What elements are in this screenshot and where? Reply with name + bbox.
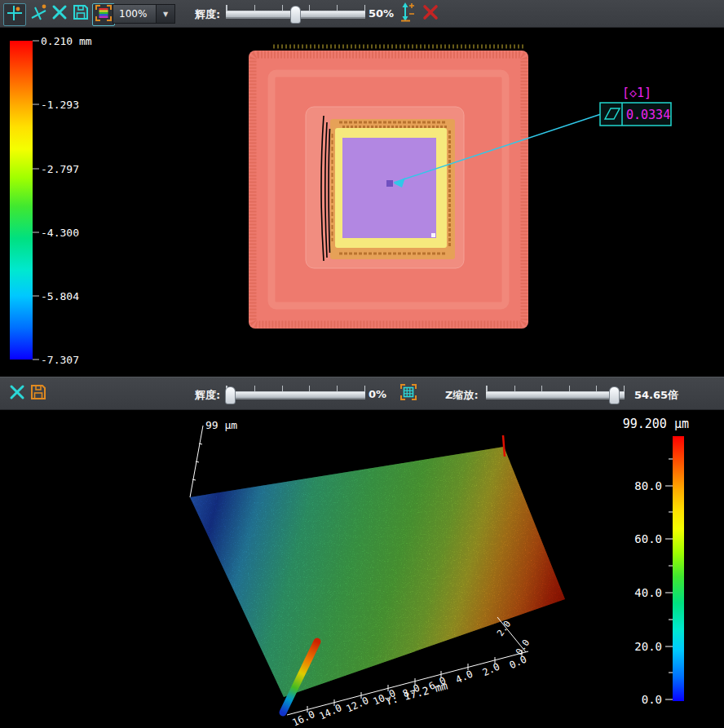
mesh-grid-icon bbox=[399, 382, 418, 405]
close-button[interactable] bbox=[420, 3, 441, 24]
level-adjust-button[interactable] bbox=[397, 3, 418, 24]
zoom-level-value: 100% bbox=[113, 5, 156, 23]
metrology-app-window: 100% ▼ 辉度: 50% bbox=[0, 0, 724, 728]
brightness-3d-value: 0% bbox=[369, 388, 386, 400]
annotation-title: [◇1] bbox=[622, 86, 651, 100]
scale-tick-label: 0.0 bbox=[642, 693, 662, 706]
x-axis: 2.0 0.0 bbox=[495, 617, 532, 657]
close-x-icon bbox=[422, 4, 439, 24]
height-map-view[interactable]: 0.210 mm -1.293 -2.797 -4.300 -5.804 -7.… bbox=[0, 28, 724, 377]
y-tick-label: 12.0 bbox=[344, 695, 370, 715]
zscale-slider-thumb[interactable] bbox=[609, 386, 620, 404]
scale-tick-label: -4.300 bbox=[41, 227, 79, 239]
y-tick-label: 4.0 bbox=[454, 668, 475, 686]
y-tick-label: 16.0 bbox=[290, 708, 316, 728]
top-toolbar: 100% ▼ 辉度: 50% bbox=[0, 0, 724, 28]
scale-title: 99.200 µm bbox=[623, 417, 689, 431]
chip-sample-image bbox=[249, 46, 528, 329]
brightness-slider-thumb[interactable] bbox=[290, 6, 301, 24]
zoom-dropdown-button[interactable]: ▼ bbox=[156, 5, 174, 23]
brightness-slider[interactable] bbox=[226, 3, 365, 24]
zoom-level-select[interactable]: 100% ▼ bbox=[113, 4, 175, 24]
fit-expand-3d-button[interactable] bbox=[7, 383, 28, 404]
surface-3d-view[interactable]: 99 µm 16.0 14.0 12.0 10.0 8.0 bbox=[0, 410, 724, 728]
slider-track bbox=[486, 392, 625, 399]
fit-expand-button[interactable] bbox=[49, 3, 70, 24]
scale-tick-label: 0.210 mm bbox=[41, 35, 92, 47]
level-adjust-icon bbox=[399, 2, 417, 25]
scale-tick-label: -5.804 bbox=[41, 290, 79, 302]
surface-color-scale: 99.200 µm 80.0 60.0 40.0 20.0 0.0 bbox=[623, 417, 689, 706]
zscale-value: 54.65倍 bbox=[634, 388, 678, 403]
surface-mesh[interactable] bbox=[190, 435, 565, 697]
scale-tick-label: -2.797 bbox=[41, 163, 79, 175]
y-tick-label: 14.0 bbox=[317, 702, 343, 722]
topview-color-scale: 0.210 mm -1.293 -2.797 -4.300 -5.804 -7.… bbox=[10, 35, 92, 366]
color-palette-button[interactable] bbox=[92, 3, 115, 26]
brightness-label: 辉度: bbox=[195, 7, 220, 22]
brightness-value: 50% bbox=[369, 7, 394, 20]
save-3d-image-button[interactable] bbox=[28, 383, 49, 404]
brightness-3d-slider[interactable] bbox=[226, 384, 365, 405]
scale-tick-label: 80.0 bbox=[634, 479, 662, 492]
brightness-3d-label: 辉度: bbox=[195, 388, 220, 403]
annotation-value: 0.0334 bbox=[626, 108, 670, 122]
z-axis-label: 99 µm bbox=[205, 419, 237, 431]
brightness-3d-slider-thumb[interactable] bbox=[225, 386, 236, 404]
scale-tick-label: 40.0 bbox=[634, 586, 662, 599]
expand-arrows-icon bbox=[8, 383, 26, 404]
save-floppy-icon bbox=[29, 383, 47, 404]
tilted-axes-icon bbox=[29, 3, 47, 24]
zscale-label: Z缩放: bbox=[445, 388, 479, 403]
zscale-slider[interactable] bbox=[486, 384, 625, 405]
3d-view-toolbar: 辉度: 0% Z缩放: bbox=[0, 377, 724, 410]
save-floppy-icon bbox=[72, 3, 90, 24]
tilted-profile-button[interactable] bbox=[28, 3, 49, 24]
scale-tick-label: -1.293 bbox=[41, 99, 79, 111]
measure-axes-button[interactable] bbox=[3, 3, 26, 26]
save-image-button[interactable] bbox=[70, 3, 91, 24]
axes-crosshair-icon bbox=[6, 4, 24, 25]
scale-tick-label: 60.0 bbox=[634, 532, 662, 545]
scale-tick-label: -7.307 bbox=[41, 354, 79, 366]
z-axis bbox=[190, 426, 203, 497]
slider-ruler bbox=[486, 386, 625, 392]
measurement-point[interactable] bbox=[386, 180, 393, 187]
slider-ruler bbox=[226, 386, 365, 392]
scale-tick-label: 20.0 bbox=[634, 640, 662, 653]
chevron-down-icon: ▼ bbox=[163, 11, 168, 18]
slider-track bbox=[226, 392, 365, 399]
color-palette-icon bbox=[95, 4, 113, 25]
mesh-grid-button[interactable] bbox=[398, 383, 419, 404]
expand-arrows-icon bbox=[51, 3, 68, 24]
